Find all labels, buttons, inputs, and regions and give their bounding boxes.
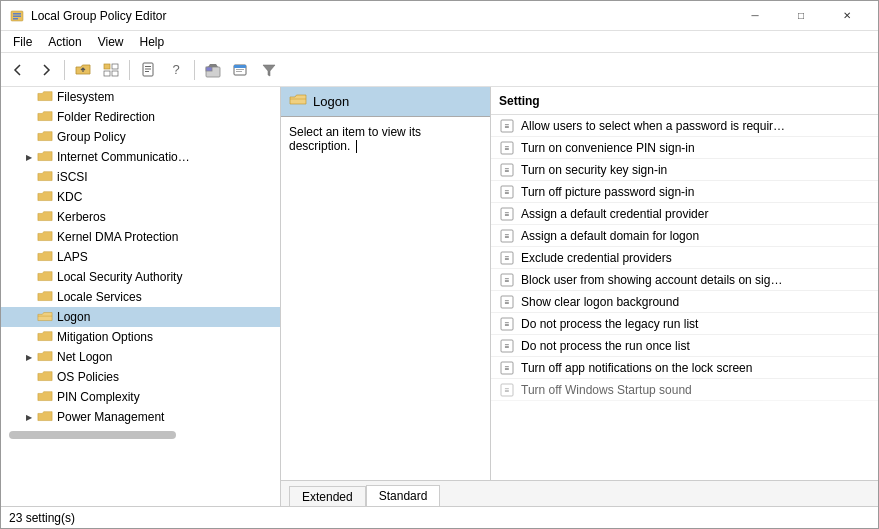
- folder-icon-open: [37, 309, 53, 325]
- maximize-button[interactable]: □: [778, 1, 824, 31]
- settings-item-icon: ≡: [499, 228, 515, 244]
- expander: [21, 169, 37, 185]
- folder-icon: [37, 329, 53, 345]
- tree-item-iscsi[interactable]: iSCSI: [1, 167, 280, 187]
- svg-text:≡: ≡: [505, 144, 510, 153]
- settings-item-default-credential[interactable]: ≡ Assign a default credential provider: [491, 203, 878, 225]
- description-text: Select an item to view its description.: [281, 117, 490, 480]
- folder-icon: [37, 229, 53, 245]
- folder-icon: [37, 369, 53, 385]
- svg-text:≡: ≡: [505, 254, 510, 263]
- tree-item-power-management[interactable]: ▶ Power Management: [1, 407, 280, 427]
- tree-panel[interactable]: Filesystem Folder Redirection Group Poli…: [1, 87, 281, 506]
- tree-item-laps[interactable]: LAPS: [1, 247, 280, 267]
- settings-item-icon: ≡: [499, 140, 515, 156]
- filter-button[interactable]: [256, 57, 282, 83]
- tree-item-locale-services[interactable]: Locale Services: [1, 287, 280, 307]
- tree-item-os-policies[interactable]: OS Policies: [1, 367, 280, 387]
- tree-item-folder-redirection[interactable]: Folder Redirection: [1, 107, 280, 127]
- tab-extended[interactable]: Extended: [289, 486, 366, 506]
- tab-extended-label: Extended: [302, 490, 353, 504]
- settings-item-run-once-list[interactable]: ≡ Do not process the run once list: [491, 335, 878, 357]
- settings-item-label: Do not process the run once list: [521, 339, 690, 353]
- expander: [21, 189, 37, 205]
- tree-item-kernel-dma[interactable]: Kernel DMA Protection: [1, 227, 280, 247]
- tree-item-internet-communication[interactable]: ▶ Internet Communicatio…: [1, 147, 280, 167]
- help-icon-button[interactable]: ?: [163, 57, 189, 83]
- cursor-indicator: [356, 140, 357, 153]
- tree-item-kdc[interactable]: KDC: [1, 187, 280, 207]
- settings-item-label: Assign a default domain for logon: [521, 229, 699, 243]
- settings-item-picture-password[interactable]: ≡ Turn off picture password sign-in: [491, 181, 878, 203]
- expander: [21, 89, 37, 105]
- settings-item-startup-sound[interactable]: ≡ Turn off Windows Startup sound: [491, 379, 878, 401]
- export-button[interactable]: [200, 57, 226, 83]
- folder-icon: [37, 409, 53, 425]
- svg-text:≡: ≡: [505, 210, 510, 219]
- back-button[interactable]: [5, 57, 31, 83]
- settings-item-allow-password[interactable]: ≡ Allow users to select when a password …: [491, 115, 878, 137]
- tree-item-pin-complexity[interactable]: PIN Complexity: [1, 387, 280, 407]
- title-bar: Local Group Policy Editor ─ □ ✕: [1, 1, 878, 31]
- folder-icon: [37, 169, 53, 185]
- minimize-button[interactable]: ─: [732, 1, 778, 31]
- folder-icon: [37, 209, 53, 225]
- settings-item-block-account-details[interactable]: ≡ Block user from showing account detail…: [491, 269, 878, 291]
- tree-item-logon[interactable]: Logon: [1, 307, 280, 327]
- settings-item-label: Show clear logon background: [521, 295, 679, 309]
- tab-standard[interactable]: Standard: [366, 485, 441, 506]
- menu-file[interactable]: File: [5, 33, 40, 51]
- settings-item-pin-signin[interactable]: ≡ Turn on convenience PIN sign-in: [491, 137, 878, 159]
- forward-button[interactable]: [33, 57, 59, 83]
- settings-item-label: Do not process the legacy run list: [521, 317, 698, 331]
- tree-item-group-policy[interactable]: Group Policy: [1, 127, 280, 147]
- tab-bar: Extended Standard: [281, 480, 878, 506]
- expand-icon[interactable]: ▶: [21, 349, 37, 365]
- svg-rect-7: [112, 71, 118, 76]
- toolbar: ?: [1, 53, 878, 87]
- folder-icon: [37, 249, 53, 265]
- svg-text:≡: ≡: [505, 298, 510, 307]
- tree-item-label: Kernel DMA Protection: [57, 230, 178, 244]
- new-window-button[interactable]: [228, 57, 254, 83]
- settings-item-exclude-credential[interactable]: ≡ Exclude credential providers: [491, 247, 878, 269]
- folder-up-button[interactable]: [70, 57, 96, 83]
- settings-list[interactable]: ≡ Allow users to select when a password …: [491, 115, 878, 480]
- view-toggle-button[interactable]: [98, 57, 124, 83]
- expander: [21, 129, 37, 145]
- tree-item-label: LAPS: [57, 250, 88, 264]
- right-panel-wrapper: Logon Select an item to view its descrip…: [281, 87, 878, 506]
- folder-icon: [37, 149, 53, 165]
- close-button[interactable]: ✕: [824, 1, 870, 31]
- tree-item-filesystem[interactable]: Filesystem: [1, 87, 280, 107]
- tree-item-net-logon[interactable]: ▶ Net Logon: [1, 347, 280, 367]
- settings-item-default-domain[interactable]: ≡ Assign a default domain for logon: [491, 225, 878, 247]
- settings-item-clear-logon[interactable]: ≡ Show clear logon background: [491, 291, 878, 313]
- tree-item-lsa[interactable]: Local Security Authority: [1, 267, 280, 287]
- menu-help[interactable]: Help: [132, 33, 173, 51]
- settings-item-icon: ≡: [499, 184, 515, 200]
- menu-view[interactable]: View: [90, 33, 132, 51]
- expand-icon[interactable]: ▶: [21, 149, 37, 165]
- svg-text:≡: ≡: [505, 166, 510, 175]
- svg-rect-13: [206, 67, 212, 71]
- svg-text:≡: ≡: [505, 122, 510, 131]
- tree-item-label: Internet Communicatio…: [57, 150, 190, 164]
- tree-item-label: Kerberos: [57, 210, 106, 224]
- svg-rect-5: [112, 64, 118, 69]
- tree-item-kerberos[interactable]: Kerberos: [1, 207, 280, 227]
- tree-item-mitigation-options[interactable]: Mitigation Options: [1, 327, 280, 347]
- properties-button[interactable]: [135, 57, 161, 83]
- svg-rect-11: [145, 71, 149, 72]
- settings-item-legacy-run-list[interactable]: ≡ Do not process the legacy run list: [491, 313, 878, 335]
- settings-item-app-notifications[interactable]: ≡ Turn off app notifications on the lock…: [491, 357, 878, 379]
- svg-text:≡: ≡: [505, 276, 510, 285]
- expander: [21, 229, 37, 245]
- menu-action[interactable]: Action: [40, 33, 89, 51]
- expand-icon[interactable]: ▶: [21, 409, 37, 425]
- folder-header-icon: [289, 93, 307, 110]
- settings-item-security-key[interactable]: ≡ Turn on security key sign-in: [491, 159, 878, 181]
- settings-item-label: Exclude credential providers: [521, 251, 672, 265]
- expander: [21, 309, 37, 325]
- settings-item-label: Assign a default credential provider: [521, 207, 708, 221]
